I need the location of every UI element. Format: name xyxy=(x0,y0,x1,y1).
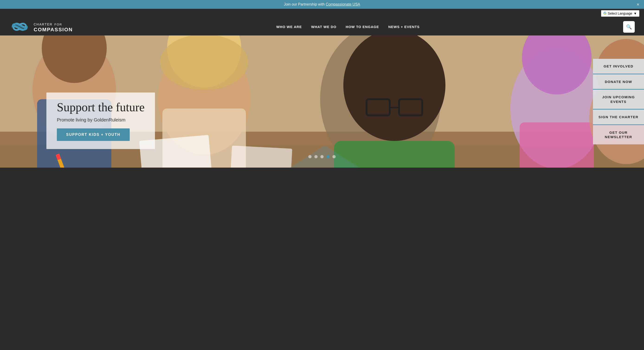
svg-rect-19 xyxy=(520,122,594,168)
close-announcement-button[interactable]: × xyxy=(636,2,639,7)
donate-now-button[interactable]: DONATE NOW xyxy=(593,74,644,90)
logo-text: CHARTER FOR COMPASSION xyxy=(34,21,73,32)
svg-rect-23 xyxy=(230,146,292,168)
slide-dot-2[interactable] xyxy=(320,155,324,158)
join-events-button[interactable]: JOIN UPCOMING EVENTS xyxy=(593,90,644,110)
get-involved-button[interactable]: GET INVOLVED xyxy=(593,59,644,74)
hero-subheading: Promote living by GoldenRuleism xyxy=(57,117,144,123)
logo-compassion: COMPASSION xyxy=(34,27,73,32)
side-actions: GET INVOLVED DONATE NOW JOIN UPCOMING EV… xyxy=(593,59,644,144)
nav-news-events[interactable]: NEWS + EVENTS xyxy=(388,25,420,29)
logo-link[interactable]: CHARTER FOR COMPASSION xyxy=(9,20,73,33)
slide-dots xyxy=(308,155,336,158)
translate-dropdown-icon: ▼ xyxy=(634,11,637,15)
nav-how-to-engage[interactable]: HOW TO ENGAGE xyxy=(346,25,379,29)
search-icon: 🔍 xyxy=(626,24,632,30)
translate-bar: G Select Language ▼ xyxy=(0,9,644,18)
hero-section: Support the future Promote living by Gol… xyxy=(0,35,644,168)
logo-icon xyxy=(9,20,30,33)
slide-dot-3[interactable] xyxy=(326,155,330,158)
nav-links: WHO WE ARE WHAT WE DO HOW TO ENGAGE NEWS… xyxy=(82,25,614,29)
hero-cta-button[interactable]: SUPPORT KIDS + YOUTH xyxy=(57,128,130,141)
svg-point-9 xyxy=(160,35,248,90)
search-button[interactable]: 🔍 xyxy=(623,21,635,33)
google-icon: G xyxy=(604,11,606,15)
translate-widget[interactable]: G Select Language ▼ xyxy=(601,10,639,17)
slide-dot-1[interactable] xyxy=(314,155,318,158)
nav-what-we-do[interactable]: WHAT WE DO xyxy=(311,25,336,29)
announcement-text: Join our Partnership with xyxy=(284,2,326,6)
announcement-link[interactable]: Compassionate USA xyxy=(326,2,360,6)
get-newsletter-button[interactable]: GET OUR NEWSLETTER xyxy=(593,125,644,144)
navbar: CHARTER FOR COMPASSION WHO WE ARE WHAT W… xyxy=(0,18,644,35)
slide-dot-4[interactable] xyxy=(332,155,336,158)
announcement-bar: Join our Partnership with Compassionate … xyxy=(0,0,644,9)
translate-label: Select Language xyxy=(608,11,632,15)
hero-content-box: Support the future Promote living by Gol… xyxy=(46,92,155,149)
logo-charter: CHARTER FOR xyxy=(34,21,62,27)
hero-heading: Support the future xyxy=(57,101,144,114)
nav-who-we-are[interactable]: WHO WE ARE xyxy=(276,25,302,29)
sign-charter-button[interactable]: SIGN THE CHARTER xyxy=(593,110,644,125)
slide-dot-0[interactable] xyxy=(308,155,312,158)
